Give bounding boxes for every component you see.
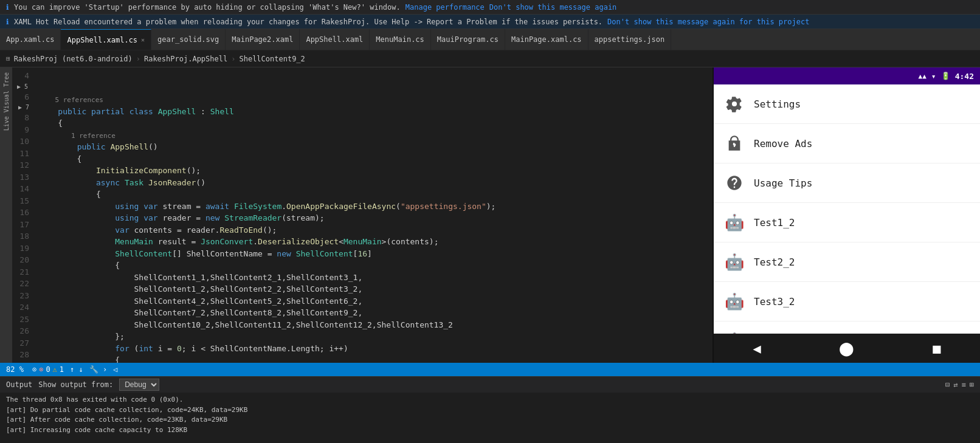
warnings-icon: ⚠ — [53, 365, 57, 374]
output-title: Output — [6, 380, 32, 389]
test3-2-label: Test3_2 — [754, 296, 795, 307]
menu-item-test3-2[interactable]: 🤖 Test3_2 — [714, 282, 980, 321]
menu-item-settings[interactable]: Settings — [714, 84, 980, 124]
status-bar: 82 % ⊙ ⊗ 0 ⚠ 1 ↑ ↓ 🔧 › ◁ — [0, 363, 980, 376]
notif-text-1: You can improve 'Startup' performance by… — [14, 3, 401, 12]
tab-mauiprogram-cs[interactable]: MauiProgram.cs — [431, 29, 505, 50]
tab-label-gear-solid: gear_solid.svg — [157, 35, 219, 44]
breadcrumb: ⊞ RakeshProj (net6.0-android) › RakeshPr… — [0, 50, 980, 67]
nav-home-button[interactable]: ⬤ — [834, 336, 859, 361]
notification-hotreload: ℹ XAML Hot Reload encountered a problem … — [0, 15, 980, 29]
show-output-label: Show output from: — [38, 380, 113, 389]
phone-menu: Settings Remove Ads — [714, 84, 980, 334]
notif-text-2: XAML Hot Reload encountered a problem wh… — [14, 18, 602, 26]
menu-item-usage-tips[interactable]: Usage Tips — [714, 163, 980, 203]
output-line-3: [art] After code cache collection, code=… — [6, 415, 974, 425]
dont-show-link-1[interactable]: Don't show this message again — [489, 3, 617, 12]
manage-performance-link[interactable]: Manage performance — [405, 3, 485, 12]
error-count-val: 0 — [46, 365, 50, 374]
tab-label-mainpage2: MainPage2.xaml — [232, 35, 293, 44]
nav-back-button[interactable]: ◀ — [748, 336, 765, 361]
dont-show-project-link[interactable]: Don't show this message again for this p… — [607, 18, 809, 26]
tab-label-appshell-xaml-cs: AppShell.xaml.cs — [67, 36, 137, 44]
info-icon: ℹ — [6, 3, 9, 12]
code-content[interactable]: 5 references public partial class AppShe… — [34, 67, 713, 363]
remove-ads-label: Remove Ads — [754, 138, 812, 149]
code-editor[interactable]: 4 ▶ 5 6 ▶ 7 8 9 10 11 12 13 14 15 16 17 … — [12, 67, 713, 363]
breadcrumb-class: RakeshProj.AppShell — [144, 55, 227, 63]
phone-battery-icon: 🔋 — [941, 72, 950, 80]
clear-icon[interactable]: ⊟ — [945, 380, 950, 389]
error-count: 82 % ⊙ ⊗ 0 ⚠ 1 ↑ ↓ 🔧 › ◁ — [6, 365, 117, 374]
phone-signal-icon: ▲▲ — [919, 72, 927, 80]
left-sidebar: Live Visual Tree — [0, 67, 12, 363]
robot-icon-3: 🤖 — [723, 290, 745, 312]
output-header: Output Show output from: Debug ⊟ ⇄ ≡ ⊞ — [0, 377, 980, 393]
menu-item-remove-ads[interactable]: Remove Ads — [714, 124, 980, 163]
wrap-icon[interactable]: ⇄ — [953, 380, 958, 389]
output-toolbar-icons: ⊟ ⇄ ≡ ⊞ — [945, 380, 974, 389]
tab-close-appshell[interactable]: ✕ — [141, 36, 145, 43]
output-line-4: [art] Increasing code cache capacity to … — [6, 425, 974, 436]
usage-tips-label: Usage Tips — [754, 177, 812, 189]
phone-status-bar: ▲▲ ▾ 🔋 4:42 — [714, 67, 980, 84]
phone-wifi-icon: ▾ — [931, 72, 936, 81]
tab-appshell-xaml[interactable]: AppShell.xaml — [300, 29, 370, 50]
output-panel: Output Show output from: Debug ⊟ ⇄ ≡ ⊞ T… — [0, 376, 980, 443]
phone-nav-bar: ◀ ⬤ ■ — [714, 334, 980, 363]
settings-icon — [723, 93, 745, 115]
output-source-dropdown[interactable]: Debug — [119, 379, 159, 391]
test2-2-label: Test2_2 — [754, 256, 795, 268]
tab-app-xaml-cs[interactable]: App.xaml.cs — [0, 29, 61, 50]
settings-label: Settings — [754, 98, 801, 110]
expand-icon[interactable]: ⊞ — [970, 380, 974, 389]
phone-panel: ▲▲ ▾ 🔋 4:42 Settings — [713, 67, 980, 363]
breadcrumb-sep-2: › — [231, 55, 235, 63]
breadcrumb-member: ShellContent9_2 — [239, 55, 305, 63]
warning-count-val: 1 — [60, 365, 64, 374]
phone-time: 4:42 — [955, 72, 974, 81]
breadcrumb-project-name: RakeshProj (net6.0-android) — [14, 55, 133, 63]
tab-mainpage2-xaml[interactable]: MainPage2.xaml — [226, 29, 300, 50]
tab-label-mauiprogram: MauiProgram.cs — [437, 35, 499, 44]
line-numbers: 4 ▶ 5 6 ▶ 7 8 9 10 11 12 13 14 15 16 17 … — [12, 67, 34, 363]
tab-gear-solid-svg[interactable]: gear_solid.svg — [151, 29, 226, 50]
tab-label-appshell-xaml: AppShell.xaml — [306, 35, 363, 44]
nav-recents-button[interactable]: ■ — [928, 336, 945, 361]
menu-item-test1-2[interactable]: 🤖 Test1_2 — [714, 203, 980, 242]
output-line-1: The thread 0x8 has exited with code 0 (0… — [6, 395, 974, 405]
menu-item-test2-2[interactable]: 🤖 Test2_2 — [714, 242, 980, 282]
info-icon-2: ℹ — [6, 18, 9, 26]
tab-mainpage-xaml-cs[interactable]: MainPage.xaml.cs — [505, 29, 588, 50]
errors-icon: ⊗ — [39, 365, 43, 374]
output-line-2: [art] Do partial code cache collection, … — [6, 405, 974, 416]
notification-perf: ℹ You can improve 'Startup' performance … — [0, 0, 980, 15]
lock-icon — [723, 132, 745, 154]
help-icon — [723, 172, 745, 194]
tab-label-menumain: MenuMain.cs — [376, 35, 424, 44]
breadcrumb-sep-1: › — [136, 55, 140, 63]
test1-2-label: Test1_2 — [754, 217, 795, 228]
filter-icon[interactable]: ≡ — [962, 380, 966, 389]
output-text: The thread 0x8 has exited with code 0 (0… — [0, 393, 980, 443]
sidebar-label: Live Visual Tree — [3, 72, 10, 131]
robot-icon-1: 🤖 — [723, 211, 745, 233]
breadcrumb-project: ⊞ — [6, 55, 10, 63]
tab-bar: App.xaml.cs AppShell.xaml.cs ✕ gear_soli… — [0, 29, 980, 50]
menu-item-test4-2[interactable]: 🤖 Test4_2 — [714, 321, 980, 334]
tab-menumain-cs[interactable]: MenuMain.cs — [370, 29, 430, 50]
tab-label-app-xaml-cs: App.xaml.cs — [6, 35, 54, 44]
robot-icon-2: 🤖 — [723, 251, 745, 273]
zoom-level: 82 % — [6, 365, 24, 374]
tab-appsettings-json[interactable]: appsettings.json — [588, 29, 672, 50]
tab-label-mainpage: MainPage.xaml.cs — [511, 35, 582, 44]
tab-appshell-xaml-cs[interactable]: AppShell.xaml.cs ✕ — [61, 29, 151, 50]
tab-label-appsettings: appsettings.json — [595, 35, 665, 44]
